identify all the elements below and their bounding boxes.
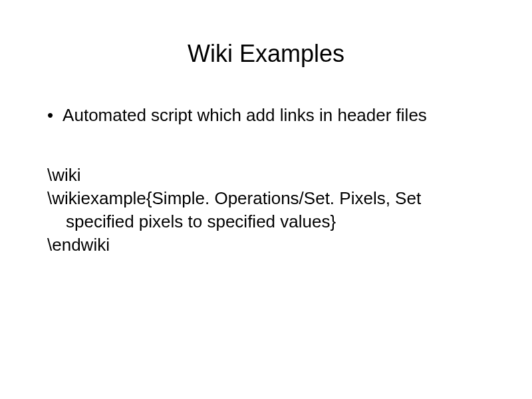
code-line-2: \wikiexample{Simple. Operations/Set. Pix… — [47, 187, 489, 210]
bullet-marker: • — [47, 104, 53, 127]
code-line-3: specified pixels to specified values} — [47, 210, 489, 233]
code-line-1: \wiki — [47, 164, 489, 187]
code-line-4: \endwiki — [47, 233, 489, 257]
code-block: \wiki \wikiexample{Simple. Operations/Se… — [43, 164, 489, 257]
bullet-text: Automated script which add links in head… — [63, 104, 489, 127]
slide-title: Wiki Examples — [43, 40, 489, 68]
bullet-item: • Automated script which add links in he… — [43, 104, 489, 127]
